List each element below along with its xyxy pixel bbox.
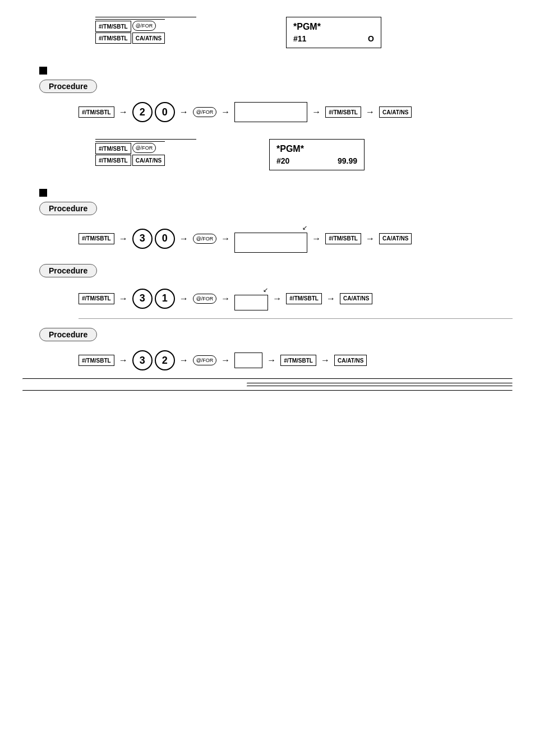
flow4-arrow2: → <box>179 355 188 365</box>
flow3-small-input[interactable] <box>234 295 268 310</box>
flow4-key-atfor[interactable]: @/FOR <box>193 355 217 365</box>
flow3-key-1[interactable]: 1 <box>155 289 175 309</box>
flow3-arrow1: → <box>119 294 128 304</box>
bottom-line-3 <box>247 386 513 387</box>
flow3-loop-arrow: ↙ <box>234 286 268 294</box>
bottom-line-2 <box>247 383 513 384</box>
key-at-for-top1[interactable]: @/FOR <box>132 21 156 31</box>
flow3-arrow5: → <box>326 294 335 304</box>
flow4-key-ca[interactable]: CA/AT/NS <box>334 355 367 366</box>
procedure3-badge: Procedure <box>39 264 97 277</box>
flow2-arrow3: → <box>221 234 230 244</box>
flow2-key-hash2[interactable]: #/TM/SBTL <box>325 233 361 244</box>
page: #/TM/SBTL @/FOR #/TM/SBTL CA/AT/NS *PGM*… <box>0 0 535 756</box>
procedure4-badge: Procedure <box>39 328 97 341</box>
flow3-row: #/TM/SBTL → 3 1 → @/FOR → ↙ → #/TM/SBTL … <box>79 286 513 310</box>
bottom-lines <box>22 378 513 391</box>
key-hash-tm-sbtl-top2[interactable]: #/TM/SBTL <box>95 33 131 44</box>
flow4-key-2[interactable]: 2 <box>155 350 175 370</box>
key-ca-at-ns-top1[interactable]: CA/AT/NS <box>132 33 165 44</box>
flow3-key-atfor[interactable]: @/FOR <box>193 294 217 304</box>
flow1-row: #/TM/SBTL → 2 0 → @/FOR → → #/TM/SBTL → … <box>79 102 513 122</box>
flow3-key-hash[interactable]: #/TM/SBTL <box>79 293 114 304</box>
procedure1-badge: Procedure <box>39 80 97 93</box>
top-display-section: #/TM/SBTL @/FOR #/TM/SBTL CA/AT/NS *PGM*… <box>95 17 513 48</box>
pgm-num-1: #11 <box>293 34 306 43</box>
flow1-input-box[interactable] <box>234 102 307 122</box>
pgm-num-2: #20 <box>276 156 289 165</box>
key-ca-mini2b[interactable]: CA/AT/NS <box>132 155 165 166</box>
flow1-arrow2: → <box>179 107 188 117</box>
flow4-small-input[interactable] <box>234 353 262 368</box>
flow1-arrow1: → <box>119 107 128 117</box>
flow4-key-hash[interactable]: #/TM/SBTL <box>79 355 114 366</box>
section1-marker <box>39 67 47 75</box>
section1-bottom-display: #/TM/SBTL @/FOR #/TM/SBTL CA/AT/NS *PGM*… <box>95 139 513 170</box>
flow4-arrow1: → <box>119 355 128 365</box>
flow3-key-3b[interactable]: 3 <box>132 289 153 309</box>
flow1-key-ca[interactable]: CA/AT/NS <box>379 106 412 118</box>
pgm-val-1: O <box>368 34 374 43</box>
flow4-arrow4: → <box>267 355 276 365</box>
key-hash-tm-sbtl-top1[interactable]: #/TM/SBTL <box>95 21 131 32</box>
loop-arrow-indicator: ↙ <box>234 224 307 231</box>
pgm-row-2: #20 99.99 <box>276 156 357 165</box>
flow3-key-ca[interactable]: CA/AT/NS <box>340 293 372 304</box>
section2-marker-row <box>39 187 513 197</box>
flow3-arrow4: → <box>273 294 282 304</box>
procedure1-badge-row: Procedure <box>39 80 513 99</box>
pgm-box-1: *PGM* #11 O <box>286 17 381 48</box>
flow1-arrow4: → <box>312 107 321 117</box>
flow1-arrow3: → <box>221 107 230 117</box>
bottom-line-1 <box>22 378 513 379</box>
flow1-arrow5: → <box>366 107 375 117</box>
key-atfor-mini2a[interactable]: @/FOR <box>132 143 156 153</box>
procedure3-badge-row: Procedure <box>39 264 513 283</box>
flow3-key-hash2[interactable]: #/TM/SBTL <box>286 293 322 304</box>
flow2-row: #/TM/SBTL → 3 0 → @/FOR → ↙ → #/TM/SBTL … <box>79 224 513 253</box>
flow2-arrow1: → <box>119 234 128 244</box>
pgm-val-2: 99.99 <box>338 156 357 165</box>
flow4-key-hash2[interactable]: #/TM/SBTL <box>280 355 316 366</box>
flow1-key-hash2[interactable]: #/TM/SBTL <box>325 106 361 118</box>
mini-keyboard-2: #/TM/SBTL @/FOR #/TM/SBTL CA/AT/NS <box>95 141 165 166</box>
flow2-arrow5: → <box>366 234 375 244</box>
flow2-key-3a[interactable]: 3 <box>132 229 153 249</box>
flow3-arrow2: → <box>179 294 188 304</box>
flow1-key-0a[interactable]: 0 <box>155 102 175 122</box>
pgm-title-2: *PGM* <box>276 144 357 154</box>
pgm-title-1: *PGM* <box>293 22 374 32</box>
flow2-key-atfor[interactable]: @/FOR <box>193 234 217 244</box>
flow1-key-hash[interactable]: #/TM/SBTL <box>79 106 114 118</box>
procedure4-badge-row: Procedure <box>39 328 513 347</box>
flow4-row: #/TM/SBTL → 3 2 → @/FOR → → #/TM/SBTL → … <box>79 350 513 370</box>
flow3-arrow3: → <box>221 294 230 304</box>
flow1-key-atfor[interactable]: @/FOR <box>193 107 217 117</box>
flow4-arrow3: → <box>221 355 230 365</box>
flow2-arrow4: → <box>312 234 321 244</box>
pgm-row-1: #11 O <box>293 34 374 43</box>
flow3-loop-container: ↙ <box>234 286 268 310</box>
flow2-arrow2: → <box>179 234 188 244</box>
procedure2-badge-row: Procedure <box>39 202 513 221</box>
top-mini-keyboard: #/TM/SBTL @/FOR #/TM/SBTL CA/AT/NS <box>95 19 165 44</box>
flow2-key-hash[interactable]: #/TM/SBTL <box>79 233 114 244</box>
section1-marker-row <box>39 65 513 75</box>
key-hash-mini2b[interactable]: #/TM/SBTL <box>95 155 131 166</box>
bottom-line-4 <box>22 390 513 391</box>
flow4-key-3c[interactable]: 3 <box>132 350 153 370</box>
flow2-loop-input[interactable] <box>234 233 307 253</box>
section2-marker <box>39 189 47 197</box>
flow4-arrow5: → <box>321 355 330 365</box>
flow1-key-2[interactable]: 2 <box>132 102 153 122</box>
flow2-key-ca[interactable]: CA/AT/NS <box>379 233 412 244</box>
hr-after-flow3 <box>79 318 513 319</box>
pgm-box-2: *PGM* #20 99.99 <box>269 139 365 170</box>
flow2-key-0b[interactable]: 0 <box>155 229 175 249</box>
procedure2-badge: Procedure <box>39 202 97 215</box>
key-hash-mini2a[interactable]: #/TM/SBTL <box>95 143 131 154</box>
flow2-loop-container: ↙ <box>234 224 307 253</box>
